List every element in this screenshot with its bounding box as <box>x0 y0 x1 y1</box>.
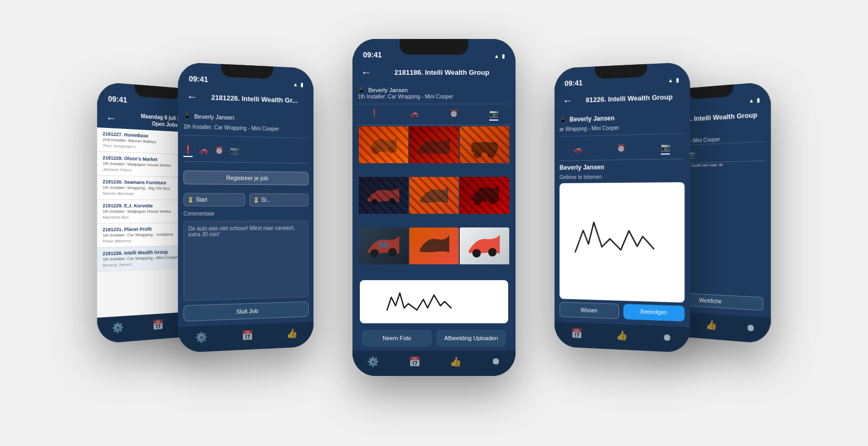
svg-point-9 <box>370 249 379 257</box>
beeindig-btn[interactable]: Beeindigen <box>623 304 684 321</box>
wissen-btn[interactable]: Wissen <box>560 302 619 319</box>
notch-2 <box>221 64 273 78</box>
tab-thumb-5[interactable]: 👍 <box>705 319 716 331</box>
tab-thumb-2[interactable]: 👍 <box>286 328 297 340</box>
tab-alert-icon[interactable]: ❗ <box>184 145 193 157</box>
svg-point-13 <box>488 248 497 256</box>
photo-cell-5[interactable] <box>409 177 459 226</box>
header-title-2: 2181226. Intelli Wealth Gr... <box>203 93 306 104</box>
sign-label-4: Gelieve te tekenen <box>560 173 685 180</box>
tab-car-3[interactable]: 🚗 <box>410 109 419 121</box>
action-buttons-4: Wissen Beeindigen <box>560 302 685 321</box>
back-btn-2[interactable]: ← <box>187 90 198 103</box>
tab-alert-3[interactable]: ❗ <box>370 109 379 121</box>
tab-gear-1[interactable]: ⚙️ <box>112 321 124 334</box>
signature-box-3[interactable] <box>360 280 508 323</box>
signature-canvas-4[interactable] <box>560 182 685 302</box>
user-info-4: 📱 Beverly Jansen <box>560 112 685 123</box>
tab-cam-4[interactable]: 📷 <box>661 143 670 155</box>
photo-cell-9[interactable] <box>460 227 509 277</box>
photo-cell-2[interactable] <box>409 126 459 176</box>
header-title-4: 81226. Intelli Wealth Group <box>578 92 681 104</box>
person-icon-4: 📱 <box>560 116 567 123</box>
photo-cell-8[interactable] <box>409 227 459 277</box>
tab-clock-3[interactable]: ⏰ <box>449 109 458 121</box>
tab-thumb-3[interactable]: 👍 <box>450 356 461 368</box>
phone-3-center: 09:41 ▲ ▮ ← 2181186. Intelli Wealth Grou… <box>352 39 516 376</box>
tab-calendar-4[interactable]: 📅 <box>571 328 582 340</box>
svg-point-10 <box>388 248 397 256</box>
svg-point-3 <box>473 150 482 158</box>
person-icon-3: 📱 <box>358 87 365 94</box>
wifi-icon-5: ▲ <box>749 97 754 104</box>
notch-3 <box>400 39 468 55</box>
installer-text-2: 1th Installer: Car Wrapping - Mini Coope… <box>184 123 309 132</box>
back-btn-1[interactable]: ← <box>106 111 116 124</box>
wifi-icon-3: ▲ <box>494 53 499 59</box>
photo-cell-1[interactable] <box>359 126 408 176</box>
tab-bar-3: ⚙️ 📅 👍 ⏺ <box>352 351 516 376</box>
signature-svg-3 <box>360 280 508 323</box>
comment-label: Commentaar <box>184 210 309 216</box>
svg-point-12 <box>472 249 481 257</box>
photo-cell-6[interactable] <box>460 177 509 226</box>
svg-point-7 <box>474 198 481 205</box>
svg-rect-11 <box>378 242 389 247</box>
close-job-btn[interactable]: Sluit Job <box>184 301 309 321</box>
phones-container: 09:41 ▲ ▮ ← Maandag 6 juli 2020 Open Job… <box>66 13 802 434</box>
wifi-icon-2: ▲ <box>293 81 298 87</box>
signer-name-4: Beverly Jansen <box>560 162 685 171</box>
start-btn-1[interactable]: ⏳ Start <box>184 193 245 206</box>
person-icon-2: 📱 <box>184 112 191 120</box>
comment-text[interactable]: De auto was niet schoon! Miest naar carw… <box>184 220 309 301</box>
register-btn[interactable]: Registreer je job <box>184 170 309 185</box>
battery-icon-3: ▮ <box>502 53 505 59</box>
tab-cam-3[interactable]: 📷 <box>489 109 498 121</box>
user-name-3: Beverly Jansen <box>368 87 408 93</box>
svg-point-0 <box>372 147 379 154</box>
photo-buttons-3: Neem Foto Afbeelding Uploaden <box>358 325 510 351</box>
photo-cell-3[interactable] <box>460 126 509 176</box>
neem-foto-btn[interactable]: Neem Foto <box>362 330 432 346</box>
tab-calendar-1[interactable]: 📅 <box>152 319 163 331</box>
tab-gear-3[interactable]: ⚙️ <box>367 356 379 368</box>
sub-title-4: ar Wrapping - Mini Cooper <box>560 123 685 132</box>
svg-point-6 <box>389 198 396 204</box>
photo-grid <box>358 125 510 278</box>
tab-icons-4: 🚗 ⏰ 📷 <box>560 138 685 161</box>
phone3-content: 📱 Beverly Jansen 1th Installer: Car Wrap… <box>352 83 516 351</box>
svg-point-1 <box>388 146 395 153</box>
photo-cell-7[interactable] <box>359 227 408 277</box>
tab-car-4[interactable]: 🚗 <box>573 144 582 156</box>
tab-calendar-2[interactable]: 📅 <box>241 329 253 341</box>
battery-icon-5: ▮ <box>757 97 760 103</box>
header-3: ← 2181186. Intelli Wealth Group <box>352 62 516 83</box>
user-name-2: Beverly Jansen <box>194 113 234 120</box>
register-btn-area: Registreer je job <box>184 166 309 189</box>
tab-clock-4[interactable]: ⏰ <box>617 143 625 155</box>
start-btn-2[interactable]: ⏳ St... <box>249 193 308 206</box>
tab-gear-2[interactable]: ⚙️ <box>196 331 207 343</box>
svg-point-8 <box>489 197 496 204</box>
user-info-3: 📱 Beverly Jansen <box>358 87 510 94</box>
back-btn-4[interactable]: ← <box>562 94 572 106</box>
signature-svg-4 <box>560 182 685 302</box>
back-btn-3[interactable]: ← <box>361 66 371 78</box>
tab-record-3[interactable]: ⏺ <box>491 356 501 367</box>
tab-calendar-3[interactable]: 📅 <box>409 356 420 368</box>
user-name-4: Beverly Jansen <box>570 114 615 123</box>
tab-clock-icon[interactable]: ⏰ <box>215 145 224 157</box>
tab-car-icon[interactable]: 🚗 <box>199 145 208 157</box>
battery-icon-2: ▮ <box>300 82 304 87</box>
tab-cam-icon[interactable]: 📷 <box>230 146 239 157</box>
tab-record-4[interactable]: ⏺ <box>662 331 672 343</box>
time-1: 09:41 <box>108 94 127 104</box>
tab-thumb-4[interactable]: 👍 <box>616 329 628 341</box>
tab-bar-2: ⚙️ 📅 👍 <box>178 322 314 353</box>
upload-btn[interactable]: Afbeelding Uploaden <box>436 330 506 346</box>
tab-record-5[interactable]: ⏺ <box>746 322 755 334</box>
photo-cell-4[interactable] <box>359 177 408 226</box>
installer-text-3: 1th Installer: Car Wrapping - Mini Coope… <box>358 94 510 100</box>
header-title-3: 2181186. Intelli Wealth Group <box>377 68 507 76</box>
time-4: 09:41 <box>564 78 582 87</box>
